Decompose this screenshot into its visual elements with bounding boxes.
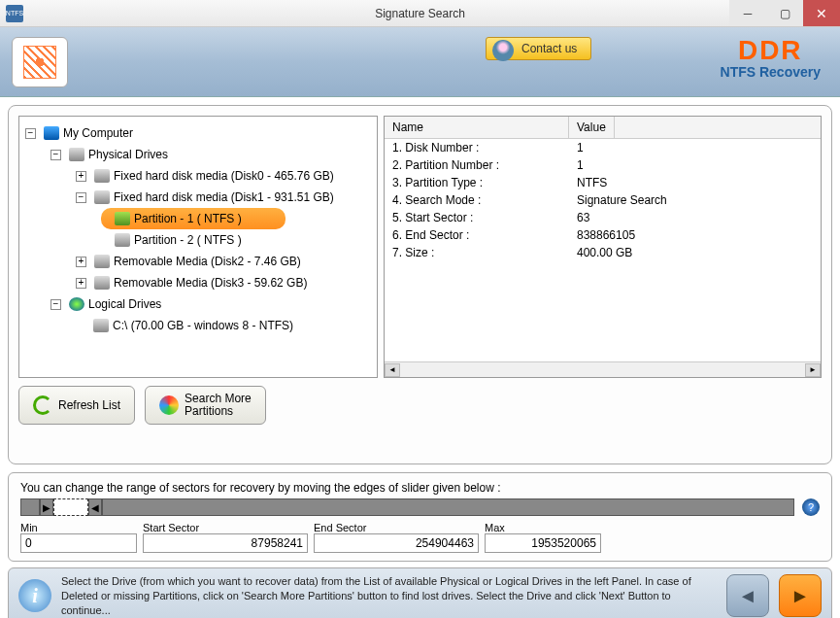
column-value[interactable]: Value [569, 117, 615, 138]
app-icon: NTFS [6, 5, 23, 22]
slider-handle-left[interactable]: ▶ [40, 498, 53, 516]
tree-node-logical[interactable]: − Logical Drives [19, 293, 377, 315]
tree-label: Fixed hard disk media (Disk1 - 931.51 GB… [114, 190, 334, 204]
minimize-button[interactable]: ─ [729, 0, 766, 26]
details-row: 1. Disk Number :1 [385, 139, 821, 156]
min-input[interactable] [20, 533, 137, 553]
refresh-icon [33, 395, 52, 415]
titlebar: NTFS Signature Search ─ ▢ ✕ [0, 0, 840, 27]
close-button[interactable]: ✕ [803, 0, 840, 26]
window-controls: ─ ▢ ✕ [729, 0, 840, 26]
drive-icon [93, 319, 109, 332]
tree-label: My Computer [63, 126, 133, 140]
expand-icon[interactable]: + [76, 278, 86, 289]
sector-instruction: You can change the range of sectors for … [20, 481, 820, 495]
end-sector-field: End Sector [314, 522, 479, 553]
back-button[interactable]: ◄ [726, 574, 769, 617]
product-name: NTFS Recovery [721, 64, 821, 80]
logo [12, 37, 68, 87]
computer-icon [44, 126, 59, 140]
contact-us-button[interactable]: Contact us [486, 37, 591, 60]
start-sector-input[interactable] [143, 533, 308, 553]
details-row: 7. Size :400.00 GB [385, 244, 821, 261]
drive-icon [94, 276, 110, 290]
column-name[interactable]: Name [385, 117, 569, 138]
partition-icon [115, 212, 130, 225]
drive-icon [69, 148, 84, 161]
details-header: Name Value [385, 117, 821, 139]
scroll-left-icon[interactable]: ◄ [385, 363, 400, 377]
brand: DDR NTFS Recovery [721, 35, 821, 80]
tree-node-disk1[interactable]: − Fixed hard disk media (Disk1 - 931.51 … [19, 187, 377, 208]
details-body: 1. Disk Number :1 2. Partition Number :1… [385, 139, 821, 361]
collapse-icon[interactable]: − [76, 192, 86, 203]
min-field: Min [20, 522, 137, 553]
drive-icon [94, 169, 110, 183]
info-icon: i [18, 579, 51, 612]
tree-label: C:\ (70.00 GB - windows 8 - NTFS) [113, 319, 293, 332]
main-panel: − My Computer − Physical Drives + Fixed … [8, 105, 832, 464]
header: Contact us DDR NTFS Recovery [0, 27, 840, 97]
pie-icon [159, 395, 179, 415]
next-button[interactable]: ► [779, 574, 822, 617]
collapse-icon[interactable]: − [50, 299, 61, 310]
refresh-list-button[interactable]: Refresh List [18, 386, 135, 425]
scroll-right-icon[interactable]: ► [805, 363, 821, 377]
tree-label: Removable Media (Disk2 - 7.46 GB) [114, 255, 301, 268]
footer: i Select the Drive (from which you want … [8, 567, 832, 618]
tree-node-disk3[interactable]: + Removable Media (Disk3 - 59.62 GB) [19, 272, 377, 293]
tree-label: Partition - 2 ( NTFS ) [134, 233, 242, 247]
tree-label: Fixed hard disk media (Disk0 - 465.76 GB… [114, 169, 334, 183]
collapse-icon[interactable]: − [50, 150, 61, 160]
logical-icon [69, 297, 84, 311]
footer-help-text: Select the Drive (from which you want to… [61, 574, 717, 618]
expand-icon[interactable]: + [76, 171, 86, 182]
tree-label: Removable Media (Disk3 - 59.62 GB) [114, 276, 307, 290]
drive-icon [94, 255, 110, 268]
end-sector-input[interactable] [314, 533, 479, 553]
tree-label: Partition - 1 ( NTFS ) [134, 212, 242, 225]
maximize-button[interactable]: ▢ [766, 0, 803, 26]
max-field: Max [485, 522, 601, 553]
sector-range-panel: You can change the range of sectors for … [8, 472, 832, 562]
tree-node-physical[interactable]: − Physical Drives [19, 144, 377, 165]
partition-icon [115, 233, 130, 247]
slider-thumb[interactable] [53, 498, 88, 516]
tree-label: Physical Drives [88, 148, 168, 161]
search-more-partitions-button[interactable]: Search More Partitions [145, 386, 266, 425]
details-panel: Name Value 1. Disk Number :1 2. Partitio… [384, 116, 822, 378]
tree-node-disk2[interactable]: + Removable Media (Disk2 - 7.46 GB) [19, 251, 377, 272]
collapse-icon[interactable]: − [25, 128, 36, 139]
tree-node-disk0[interactable]: + Fixed hard disk media (Disk0 - 465.76 … [19, 165, 377, 187]
help-icon[interactable]: ? [802, 498, 820, 516]
tree-node-computer[interactable]: − My Computer [19, 122, 377, 144]
horizontal-scrollbar[interactable]: ◄ ► [385, 361, 821, 377]
sector-slider[interactable]: ▶ ◀ ? [20, 498, 820, 516]
tree-node-partition2[interactable]: Partition - 2 ( NTFS ) [19, 229, 377, 251]
start-sector-field: Start Sector [143, 522, 308, 553]
slider-handle-right[interactable]: ◀ [88, 498, 102, 516]
tree-node-partition1[interactable]: Partition - 1 ( NTFS ) [101, 208, 286, 229]
details-row: 2. Partition Number :1 [385, 156, 821, 174]
details-row: 3. Partition Type :NTFS [385, 174, 821, 191]
window-title: Signature Search [375, 7, 465, 20]
tree-label: Logical Drives [88, 297, 161, 311]
brand-name: DDR [721, 35, 821, 66]
drive-tree[interactable]: − My Computer − Physical Drives + Fixed … [18, 116, 378, 378]
tree-node-cdrive[interactable]: C:\ (70.00 GB - windows 8 - NTFS) [19, 315, 377, 336]
drive-icon [94, 190, 110, 204]
details-row: 4. Search Mode :Signature Search [385, 191, 821, 209]
details-row: 5. Start Sector :63 [385, 209, 821, 226]
max-input[interactable] [485, 533, 601, 553]
expand-icon[interactable]: + [76, 257, 86, 267]
details-row: 6. End Sector :838866105 [385, 226, 821, 244]
